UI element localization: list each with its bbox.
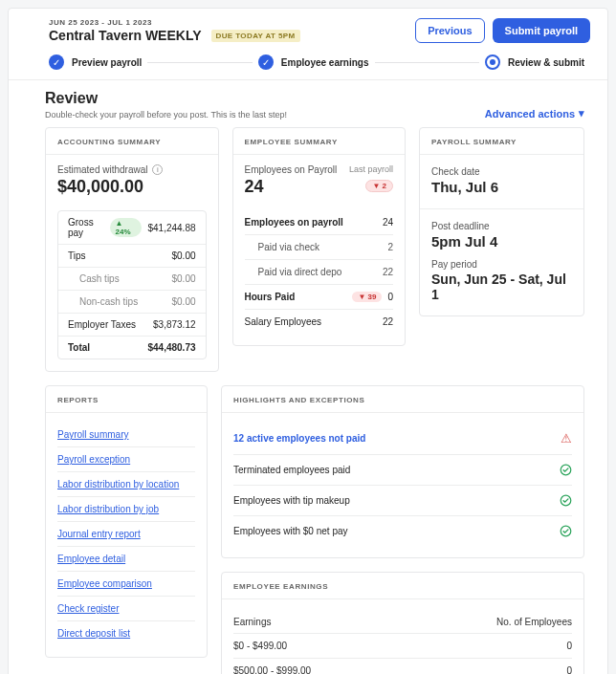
- card-title: HIGHLIGHTS AND EXCEPTIONS: [222, 386, 583, 413]
- date-range: JUN 25 2023 - JUL 1 2023: [49, 18, 300, 27]
- step-label: Preview payroll: [72, 57, 142, 68]
- review-heading: Review: [45, 90, 287, 107]
- highlight-row: 12 active employees not paid⚠: [233, 423, 572, 455]
- report-link[interactable]: Employee detail: [57, 547, 195, 572]
- salary-employees-value: 22: [383, 316, 393, 327]
- step-preview-payroll[interactable]: Preview payroll: [49, 54, 142, 70]
- report-link[interactable]: Employee comparison: [57, 572, 195, 597]
- submit-payroll-button[interactable]: Submit payroll: [493, 18, 590, 43]
- employer-taxes-label: Employer Taxes: [68, 319, 136, 330]
- stepper: Preview payroll Employee earnings Review…: [9, 49, 607, 80]
- page-title: Central Tavern WEEKLY: [49, 28, 202, 43]
- card-title: EMPLOYEE EARNINGS: [222, 573, 583, 599]
- step-divider: [375, 62, 479, 63]
- highlight-row: Employees with $0 net pay: [233, 516, 572, 546]
- employee-count-label: Employees on Payroll: [245, 164, 338, 175]
- earnings-range: $500.00 - $999.00: [233, 665, 311, 674]
- due-badge: DUE TODAY AT 5PM: [211, 30, 300, 42]
- step-label: Review & submit: [508, 57, 584, 68]
- accounting-table: Gross pay ▲ 24% $41,244.88 Tips $0.00 Ca…: [57, 210, 207, 359]
- employee-summary-card: EMPLOYEE SUMMARY Employees on Payroll 24…: [232, 127, 407, 346]
- gross-pay-change-chip: ▲ 24%: [110, 218, 143, 237]
- post-deadline-label: Post deadline: [431, 221, 572, 231]
- noncash-tips-value: $0.00: [171, 296, 195, 307]
- accounting-summary-card: ACCOUNTING SUMMARY Estimated withdrawal …: [45, 127, 219, 372]
- withdrawal-amount: $40,000.00: [57, 177, 207, 197]
- last-payroll-label: Last payroll: [349, 164, 393, 174]
- check-icon: [49, 54, 64, 70]
- previous-button[interactable]: Previous: [415, 18, 484, 43]
- card-title: REPORTS: [46, 386, 207, 413]
- earnings-row: $0 - $499.000: [233, 634, 572, 659]
- step-employee-earnings[interactable]: Employee earnings: [258, 54, 369, 70]
- employee-earnings-card: EMPLOYEE EARNINGS Earnings No. of Employ…: [221, 572, 584, 674]
- cash-tips-label: Cash tips: [79, 273, 120, 284]
- hours-paid-value: 0: [387, 292, 393, 302]
- earnings-count: 0: [566, 665, 572, 674]
- info-icon[interactable]: i: [152, 164, 163, 175]
- employer-taxes-value: $3,873.12: [153, 319, 196, 330]
- count-col-label: No. of Employees: [496, 617, 572, 627]
- check-date-label: Check date: [431, 166, 572, 177]
- highlight-row: Terminated employees paid: [233, 455, 572, 486]
- report-link[interactable]: Labor distribution by location: [57, 472, 195, 497]
- card-title: PAYROLL SUMMARY: [420, 128, 583, 155]
- highlight-label[interactable]: 12 active employees not paid: [233, 433, 365, 444]
- card-title: EMPLOYEE SUMMARY: [233, 128, 406, 155]
- pay-period-value: Sun, Jun 25 - Sat, Jul 1: [431, 272, 572, 302]
- on-payroll-value: 24: [383, 217, 393, 228]
- step-divider: [147, 62, 252, 63]
- highlight-label: Terminated employees paid: [233, 465, 350, 475]
- reports-card: REPORTS Payroll summaryPayroll exception…: [45, 385, 208, 658]
- check-circle-icon: [560, 494, 572, 507]
- earnings-range: $0 - $499.00: [233, 641, 287, 651]
- total-label: Total: [68, 342, 90, 353]
- gross-pay-label: Gross pay: [68, 217, 110, 238]
- check-circle-icon: [560, 525, 572, 537]
- highlight-row: Employees with tip makeup: [233, 486, 572, 516]
- earnings-row: $500.00 - $999.000: [233, 659, 572, 674]
- check-icon: [258, 54, 274, 70]
- gross-pay-value: $41,244.88: [147, 223, 195, 233]
- earnings-count: 0: [566, 641, 572, 651]
- highlights-card: HIGHLIGHTS AND EXCEPTIONS 12 active empl…: [221, 385, 584, 558]
- last-payroll-change-chip: ▼ 2: [365, 180, 393, 192]
- report-link[interactable]: Payroll summary: [57, 423, 195, 447]
- post-deadline-value: 5pm Jul 4: [431, 233, 572, 250]
- highlight-label: Employees with tip makeup: [233, 495, 350, 506]
- report-link[interactable]: Journal entry report: [57, 522, 195, 547]
- advanced-actions-label: Advanced actions: [485, 108, 575, 120]
- noncash-tips-label: Non-cash tips: [79, 296, 138, 307]
- report-link[interactable]: Check register: [57, 597, 195, 621]
- card-title: ACCOUNTING SUMMARY: [46, 128, 218, 155]
- advanced-actions-dropdown[interactable]: Advanced actions ▾: [485, 107, 584, 120]
- payroll-summary-card: PAYROLL SUMMARY Check date Thu, Jul 6 Po…: [419, 127, 584, 316]
- report-link[interactable]: Payroll exception: [57, 447, 195, 472]
- report-link[interactable]: Labor distribution by job: [57, 497, 195, 522]
- cash-tips-value: $0.00: [171, 273, 195, 284]
- warning-icon: ⚠: [561, 431, 572, 446]
- review-subheading: Double-check your payroll before you pos…: [45, 110, 287, 120]
- current-step-icon: [485, 54, 500, 70]
- check-circle-icon: [560, 464, 572, 476]
- hours-paid-change-chip: ▼ 39: [352, 292, 382, 302]
- on-payroll-label: Employees on payroll: [245, 217, 343, 228]
- step-review-submit[interactable]: Review & submit: [485, 54, 584, 70]
- total-value: $44,480.73: [147, 342, 195, 353]
- withdrawal-label: Estimated withdrawal: [57, 164, 147, 175]
- earnings-col-label: Earnings: [233, 617, 271, 627]
- tips-label: Tips: [68, 250, 86, 261]
- tips-value: $0.00: [171, 250, 195, 261]
- hours-paid-label: Hours Paid: [245, 292, 296, 302]
- paid-depo-label: Paid via direct depo: [258, 267, 342, 277]
- report-link[interactable]: Direct deposit list: [57, 621, 195, 645]
- step-label: Employee earnings: [281, 57, 369, 68]
- salary-employees-label: Salary Employees: [245, 316, 322, 327]
- pay-period-label: Pay period: [431, 259, 572, 270]
- highlight-label: Employees with $0 net pay: [233, 526, 348, 536]
- chevron-down-icon: ▾: [579, 107, 584, 120]
- paid-check-label: Paid via check: [258, 242, 319, 252]
- paid-depo-value: 22: [383, 267, 393, 277]
- employee-count-value: 24: [245, 177, 338, 197]
- check-date-value: Thu, Jul 6: [431, 179, 572, 195]
